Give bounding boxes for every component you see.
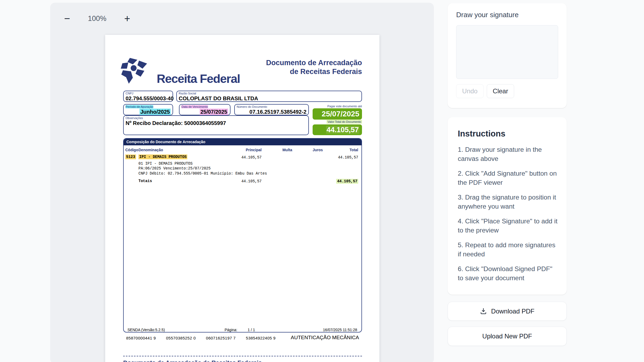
- instruction-item: 1. Draw your signature in the canvas abo…: [458, 145, 558, 163]
- zoom-in-button[interactable]: +: [121, 12, 133, 25]
- totals-principal: 44.105,57: [226, 179, 262, 183]
- document-title: Documento de Arrecadação de Receitas Fed…: [266, 58, 362, 76]
- field-razao-social: Razão Social COLOPLAST DO BRASIL LTDA: [176, 91, 362, 102]
- field-observacoes-label: Observações: [124, 116, 308, 120]
- row-principal: 44.105,57: [226, 155, 262, 160]
- row-detail-line: PA:06/2025 Vencimento:25/07/2025: [138, 166, 211, 171]
- autenticacao-mecanica-label: AUTENTICAÇÃO MECÂNICA: [291, 335, 359, 341]
- pagar-ate-label: Pagar este documento até: [313, 105, 362, 108]
- barcode-group: 06071625197 7: [206, 336, 236, 340]
- instruction-item: 5. Repeat to add more signatures if need…: [458, 241, 558, 259]
- field-cnpj: CNPJ 02.794.555/0003-40: [123, 91, 173, 102]
- instructions-title: Instructions: [458, 129, 505, 139]
- signature-card-title: Draw your signature: [456, 11, 519, 19]
- undo-button[interactable]: Undo: [456, 84, 484, 98]
- zoom-toolbar: − 100% +: [61, 12, 133, 25]
- field-cnpj-value: 02.794.555/0003-40: [124, 95, 173, 102]
- footer-page-value: 1 / 1: [248, 328, 255, 332]
- valor-total-value: 44.105,57: [326, 126, 359, 134]
- col-codigo: Código: [125, 148, 138, 152]
- valor-total-box: 44.105,57: [313, 124, 362, 135]
- footer-timestamp: 16/07/2025 11:51:28: [323, 328, 357, 332]
- document-title-line2: de Receitas Federais: [266, 67, 362, 76]
- field-numero-documento-label: Número do Documento: [235, 105, 308, 109]
- col-principal: Principal: [226, 148, 262, 152]
- receita-federal-brand-text: Receita Federal: [157, 72, 240, 86]
- pagar-ate-box: 25/07/2025: [313, 108, 362, 120]
- zoom-level-label: 100%: [85, 14, 109, 23]
- field-numero-documento-value: 07.16.25197.5385492-2: [235, 109, 308, 115]
- row-total: 44.105,57: [323, 155, 358, 160]
- instruction-item: 3. Drag the signature to position it any…: [458, 193, 558, 211]
- field-razao-social-label: Razão Social: [177, 91, 361, 95]
- valor-total-label: Valor Total do Documento: [327, 120, 362, 124]
- download-pdf-button[interactable]: Download PDF: [448, 302, 567, 321]
- clear-button[interactable]: Clear: [487, 84, 514, 98]
- field-data-vencimento-value: 25/07/2025: [200, 109, 228, 115]
- pdf-viewer-container: − 100% + Receita Federal Documento de Ar…: [50, 3, 434, 362]
- pagar-ate-value: 25/07/2025: [313, 108, 362, 120]
- signature-card: Draw your signature Undo Clear: [448, 3, 567, 108]
- tear-dashed-line: [123, 356, 362, 356]
- download-pdf-label: Download PDF: [491, 308, 534, 315]
- field-observacoes-value: Nº Recibo Declaração: 50000364055997: [124, 120, 308, 126]
- row-codigo: 5123: [125, 154, 136, 159]
- receita-federal-logo-icon: [121, 58, 153, 84]
- download-icon: [480, 308, 487, 315]
- field-razao-social-value: COLOPLAST DO BRASIL LTDA: [177, 95, 361, 102]
- col-multa: Multa: [262, 148, 292, 152]
- field-cnpj-label: CNPJ: [124, 91, 173, 95]
- field-observacoes: Observações Nº Recibo Declaração: 500003…: [123, 115, 309, 135]
- col-denominacao: Denominação: [138, 148, 163, 152]
- instructions-list: 1. Draw your signature in the canvas abo…: [458, 145, 558, 288]
- second-copy-title: Documento de Arrecadação de Receitas Fed…: [123, 359, 262, 362]
- instruction-item: 6. Click "Download Signed PDF" to save y…: [458, 264, 558, 283]
- field-data-vencimento-label: Data de Vencimento: [181, 105, 208, 108]
- row-detail-line: 01 IPI - DEMAIS PRODUTOS: [138, 161, 193, 166]
- document-title-line1: Documento de Arrecadação: [266, 58, 362, 67]
- composition-table: Composição do Documento de Arrecadação C…: [123, 138, 362, 333]
- signature-canvas[interactable]: [456, 25, 558, 79]
- upload-new-pdf-label: Upload New PDF: [482, 333, 532, 340]
- totals-total: 44.105,57: [336, 179, 358, 184]
- barcode-group: 53854922405 9: [246, 336, 276, 340]
- barcode-numbers: 85870000441 9 05570385252 0 06071625197 …: [126, 336, 276, 340]
- barcode-group: 05570385252 0: [166, 336, 196, 340]
- field-periodo-apuracao-label: Período de Apuração: [126, 105, 153, 108]
- col-total: Total: [323, 148, 358, 152]
- upload-new-pdf-button[interactable]: Upload New PDF: [448, 327, 567, 346]
- footer-app-version: SENDA (Versão:5.2.5): [127, 328, 165, 332]
- composition-header-bar: Composição do Documento de Arrecadação: [124, 139, 361, 145]
- instruction-item: 4. Click "Place Signature" to add it to …: [458, 217, 558, 235]
- field-periodo-apuracao: Período de Apuração Junho/2025: [123, 104, 173, 115]
- field-numero-documento: Número do Documento 07.16.25197.5385492-…: [234, 104, 309, 115]
- col-juros: Juros: [292, 148, 323, 152]
- footer-page-label: Página:: [225, 328, 237, 332]
- barcode-group: 85870000441 9: [126, 336, 156, 340]
- document-footer-row: SENDA (Versão:5.2.5) Página: 1 / 1 16/07…: [124, 328, 361, 333]
- instructions-card: Instructions 1. Draw your signature in t…: [448, 117, 567, 295]
- field-periodo-apuracao-value: Junho/2025: [140, 109, 171, 115]
- zoom-out-button[interactable]: −: [61, 12, 73, 25]
- pdf-page[interactable]: Receita Federal Documento de Arrecadação…: [105, 35, 379, 362]
- totals-label: Totais: [138, 179, 152, 183]
- row-detail-line: CNPJ Débito: 02.794.555/0005-01 Municípi…: [138, 171, 267, 176]
- row-denominacao: IPI - DEMAIS PRODUTOS: [138, 154, 187, 159]
- instruction-item: 2. Click "Add Signature" button on the P…: [458, 169, 558, 187]
- field-data-vencimento: Data de Vencimento 25/07/2025: [179, 104, 230, 115]
